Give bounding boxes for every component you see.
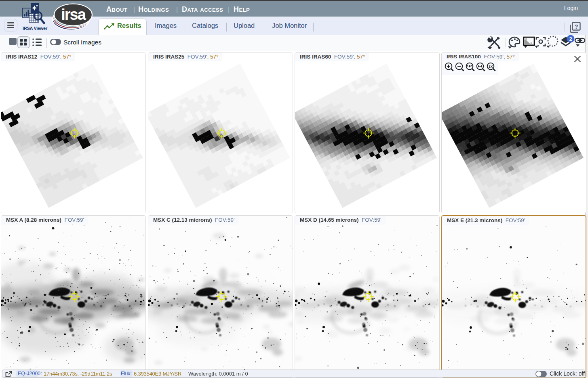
- svg-text:Scroll Images: Scroll Images: [63, 39, 101, 46]
- svg-text:irsa: irsa: [61, 6, 86, 23]
- svg-text:?: ?: [574, 23, 578, 30]
- svg-text:2: 2: [569, 36, 572, 42]
- svg-text:1X: 1X: [488, 65, 493, 69]
